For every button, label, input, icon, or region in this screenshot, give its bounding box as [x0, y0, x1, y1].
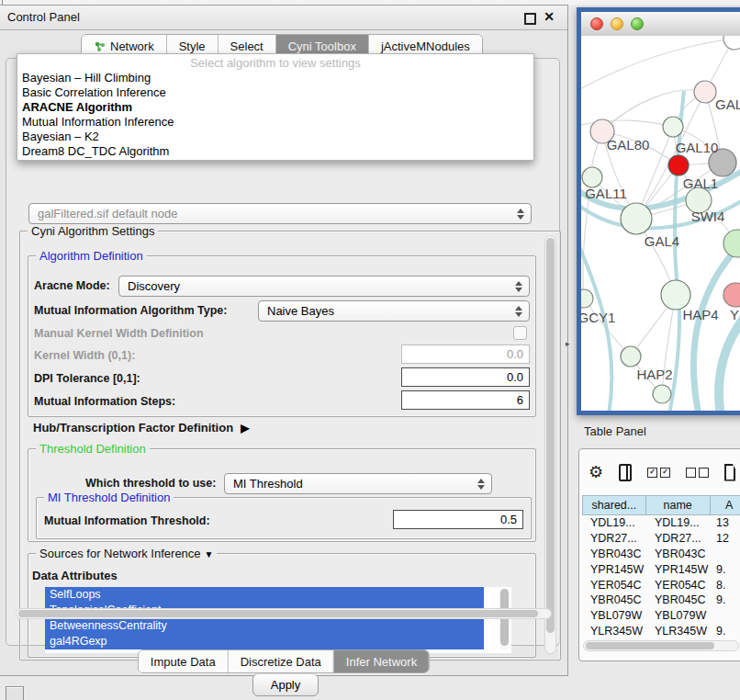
table-cell: YBR043C: [582, 548, 646, 560]
chevron-updown-icon: [510, 306, 529, 317]
columns-icon[interactable]: [619, 464, 632, 481]
table-cell: 9.: [711, 563, 740, 576]
network-graph: GALGAL80GAL10GAL1GAL11GAL4SWI4GCY1HAP4YH…: [581, 36, 740, 411]
tab-infer-network[interactable]: Infer Network: [333, 650, 429, 672]
table-body: YDL19...YDL19...13YDR27...YDR27...12YBR0…: [582, 515, 740, 640]
minimized-panel-icon[interactable]: [6, 686, 24, 700]
algorithm-dropdown-list: Select algorithm to view settings Bayesi…: [17, 53, 534, 161]
table-row[interactable]: YER054CYER054C8.: [582, 577, 740, 593]
dropdown-item[interactable]: Mutual Information Inference: [17, 115, 533, 130]
gear-icon[interactable]: ⚙: [589, 464, 603, 480]
checked-pair-icon[interactable]: ✓✓: [647, 468, 670, 478]
node-table: shared...nameA YDL19...YDL19...13YDR27..…: [582, 495, 740, 640]
column-header[interactable]: name: [646, 495, 711, 515]
float-window-icon[interactable]: [524, 13, 536, 25]
inference-algorithm-value: galFiltered.sif default node: [38, 207, 512, 220]
algorithm-definition-group: Algorithm Definition Aracne Mode: Discov…: [28, 255, 536, 417]
mi-threshold-field[interactable]: 0.5: [393, 510, 523, 529]
network-canvas[interactable]: GALGAL80GAL10GAL1GAL11GAL4SWI4GCY1HAP4YH…: [581, 36, 740, 411]
data-attributes-label: Data Attributes: [32, 569, 118, 582]
dpi-tolerance-label: DPI Tolerance [0,1]:: [34, 372, 140, 385]
attribute-item[interactable]: gal4RGexp: [45, 634, 484, 649]
mi-threshold-definition-group: MI Threshold Definition Mutual Informati…: [36, 497, 532, 539]
algorithm-definition-title: Algorithm Definition: [36, 249, 147, 263]
tab-impute-data[interactable]: Impute Data: [139, 650, 228, 672]
hub-definition-toggle[interactable]: Hub/Transcription Factor Definition▶: [33, 421, 249, 435]
node-label: GAL80: [607, 137, 650, 152]
table-cell: YLR345W: [582, 625, 646, 638]
table-row[interactable]: YDR27...YDR27...12: [582, 531, 740, 547]
aracne-mode-value: Discovery: [128, 279, 510, 293]
table-row[interactable]: YBR043CYBR043C: [582, 547, 740, 562]
hub-definition-label: Hub/Transcription Factor Definition: [33, 421, 233, 435]
node-label: Y: [730, 307, 739, 322]
table-row[interactable]: YBR045CYBR045C9.: [582, 593, 740, 608]
network-window-titlebar[interactable]: [581, 12, 740, 37]
dropdown-item[interactable]: Bayesian – Hill Climbing: [17, 71, 533, 85]
table-header-row: shared...nameA: [582, 495, 740, 515]
node-label: GCY1: [581, 310, 615, 325]
inference-algorithm-combobox[interactable]: galFiltered.sif default node: [28, 203, 532, 224]
dropdown-item[interactable]: Dream8 DC_TDC Algorithm: [17, 144, 533, 159]
table-row[interactable]: YDL19...YDL19...13: [582, 515, 740, 531]
tab-label: Discretize Data: [241, 655, 321, 669]
apply-button[interactable]: Apply: [252, 673, 319, 696]
mi-threshold-definition-title: MI Threshold Definition: [44, 491, 174, 504]
manual-kernel-checkbox[interactable]: [513, 326, 527, 340]
node-label: HAP4: [682, 307, 718, 322]
table-row[interactable]: YBL079WYBL079W: [582, 608, 740, 624]
network-view-window[interactable]: GALGAL80GAL10GAL1GAL11GAL4SWI4GCY1HAP4YH…: [577, 7, 740, 415]
kernel-width-field[interactable]: 0.0: [401, 344, 530, 364]
table-toolbar: ⚙ ✓✓: [589, 458, 735, 486]
attribute-item[interactable]: BetweennessCentrality: [45, 618, 484, 634]
data-attributes-list[interactable]: SelfLoopsTopologicalCoefficientBetweenne…: [45, 587, 511, 653]
column-header[interactable]: A: [711, 495, 740, 515]
mi-type-combobox[interactable]: Naive Bayes: [258, 300, 530, 322]
settings-group-title: Cyni Algorithm Settings: [28, 224, 158, 238]
table-horizontal-scrollbar[interactable]: [583, 640, 739, 651]
settings-horizontal-scrollbar[interactable]: [16, 608, 552, 619]
table-cell: YDR27...: [582, 532, 646, 545]
file-icon[interactable]: [724, 464, 735, 481]
tab-discretize-data[interactable]: Discretize Data: [228, 650, 333, 672]
table-cell: 12: [711, 532, 740, 545]
table-cell: YLR345W: [646, 625, 711, 638]
mi-threshold-label: Mutual Information Threshold:: [44, 514, 210, 527]
dropdown-item[interactable]: Basic Correlation Inference: [17, 85, 533, 100]
table-row[interactable]: YLR345WYLR345W9.: [582, 624, 740, 639]
control-panel-titlebar: Control Panel ✕: [0, 6, 567, 30]
dropdown-item[interactable]: Bayesian – K2: [17, 130, 533, 144]
table-cell: 9.: [711, 593, 740, 606]
splitter-collapse-arrow[interactable]: ▸: [566, 339, 570, 348]
dpi-tolerance-field[interactable]: 0.0: [401, 367, 530, 387]
tab-label: Impute Data: [151, 655, 216, 669]
table-cell: YER054C: [646, 579, 711, 592]
minimize-traffic-light[interactable]: [611, 17, 623, 30]
scrollbar-thumb[interactable]: [586, 642, 714, 649]
table-cell: 8.: [711, 579, 740, 592]
scrollbar-thumb[interactable]: [546, 238, 555, 633]
close-icon[interactable]: ✕: [544, 9, 555, 24]
node-label: HAP2: [636, 367, 672, 382]
kernel-width-label: Kernel Width (0,1):: [34, 349, 135, 362]
close-traffic-light[interactable]: [590, 17, 603, 30]
attribute-item[interactable]: SelfLoops: [45, 587, 484, 603]
table-cell: YBR045C: [582, 593, 646, 606]
table-cell: YPR145W: [582, 563, 646, 576]
list-scrollbar[interactable]: [499, 588, 510, 650]
dropdown-item[interactable]: ARACNE Algorithm: [17, 100, 533, 115]
sources-group-title[interactable]: Sources for Network Inference▼: [36, 547, 217, 560]
table-row[interactable]: YPR145WYPR145W9.: [582, 561, 740, 577]
manual-kernel-label: Manual Kernel Width Definition: [34, 327, 204, 340]
aracne-mode-combobox[interactable]: Discovery: [118, 276, 530, 297]
settings-vertical-scrollbar[interactable]: [544, 235, 556, 654]
unchecked-pair-icon[interactable]: [686, 468, 709, 478]
node-label: GAL1: [683, 175, 718, 191]
zoom-traffic-light[interactable]: [631, 17, 644, 30]
which-threshold-combobox[interactable]: MI Threshold: [224, 473, 492, 494]
scrollbar-thumb[interactable]: [18, 610, 538, 617]
mi-steps-field[interactable]: 6: [401, 390, 530, 410]
bottom-tabbar: Impute DataDiscretize DataInfer Network: [138, 649, 430, 673]
table-cell: 9.: [711, 625, 740, 638]
column-header[interactable]: shared...: [582, 495, 646, 515]
